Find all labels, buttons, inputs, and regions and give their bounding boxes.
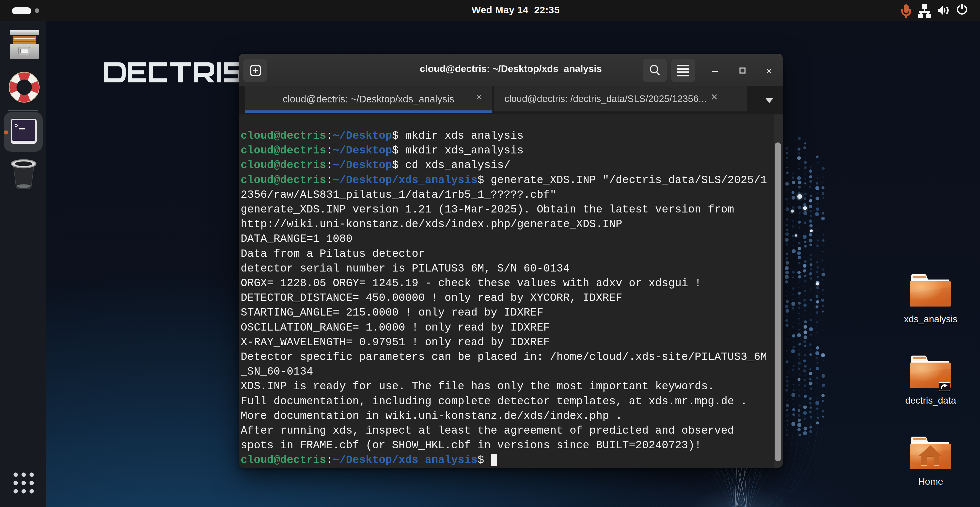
svg-text:>: >	[14, 122, 19, 130]
